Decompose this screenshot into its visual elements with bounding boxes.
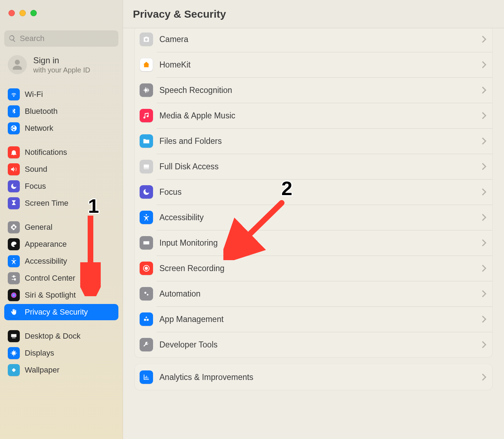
account-title: Sign in: [33, 55, 90, 65]
sidebar-item-label: Appearance: [25, 240, 67, 249]
sidebar-item-general[interactable]: General: [4, 219, 118, 235]
chevron-right-icon: [479, 316, 486, 323]
appearance-icon: [8, 238, 20, 250]
settings-row-label: HomeKit: [159, 60, 474, 70]
sidebar-item-focus[interactable]: Focus: [4, 178, 118, 194]
settings-row-focus[interactable]: Focus: [135, 179, 492, 205]
settings-row-automation[interactable]: Automation: [135, 281, 492, 306]
settings-row-label: Camera: [159, 35, 474, 44]
settings-row-label: Media & Apple Music: [159, 111, 474, 121]
bluetooth-icon: [8, 105, 20, 117]
chevron-right-icon: [479, 374, 486, 381]
gear-icon: [8, 221, 20, 233]
sound-icon: [8, 163, 20, 175]
settings-row-camera[interactable]: Camera: [135, 28, 492, 52]
chevron-right-icon: [479, 265, 486, 272]
sidebar-item-label: Bluetooth: [25, 107, 58, 116]
sidebar-item-network[interactable]: Network: [4, 120, 118, 136]
settings-row-developer-tools[interactable]: Developer Tools: [135, 332, 492, 357]
keyboard-icon: [140, 236, 153, 250]
avatar: [8, 55, 27, 74]
window-zoom-button[interactable]: [30, 10, 37, 16]
sidebar-nav: Wi-FiBluetoothNetworkNotificationsSoundF…: [0, 78, 123, 378]
record-icon: [140, 262, 153, 275]
sidebar: Sign in with your Apple ID Wi-FiBluetoot…: [0, 0, 123, 439]
sidebar-item-label: Siri & Spotlight: [25, 291, 76, 300]
settings-row-accessibility[interactable]: Accessibility: [135, 205, 492, 230]
sidebar-item-label: General: [25, 223, 52, 232]
window-minimize-button[interactable]: [19, 10, 26, 16]
sidebar-item-privacy-security[interactable]: Privacy & Security: [4, 304, 118, 320]
sidebar-item-label: Wallpaper: [25, 365, 59, 375]
settings-row-media-apple-music[interactable]: Media & Apple Music: [135, 103, 492, 128]
chevron-right-icon: [479, 239, 486, 246]
settings-row-label: Full Disk Access: [159, 162, 474, 171]
sidebar-item-wi-fi[interactable]: Wi-Fi: [4, 86, 118, 103]
sidebar-item-label: Focus: [25, 182, 46, 191]
svg-point-3: [145, 292, 147, 294]
settings-row-input-monitoring[interactable]: Input Monitoring: [135, 230, 492, 256]
sidebar-item-desktop-dock[interactable]: Desktop & Dock: [4, 328, 118, 344]
globe-icon: [8, 122, 20, 134]
sidebar-item-label: Control Center: [25, 274, 75, 283]
search-icon: [8, 35, 16, 42]
settings-panel: CameraHomeKitSpeech RecognitionMedia & A…: [134, 28, 493, 358]
settings-row-label: Input Monitoring: [159, 238, 474, 248]
search-input[interactable]: [4, 30, 118, 47]
folder-icon: [140, 134, 153, 148]
settings-row-files-and-folders[interactable]: Files and Folders: [135, 128, 492, 154]
search-wrap: [4, 30, 118, 47]
sidebar-item-sound[interactable]: Sound: [4, 161, 118, 177]
settings-row-speech-recognition[interactable]: Speech Recognition: [135, 77, 492, 103]
sidebar-item-accessibility[interactable]: Accessibility: [4, 253, 118, 269]
sidebar-item-label: Privacy & Security: [25, 308, 88, 317]
settings-row-homekit[interactable]: HomeKit: [135, 52, 492, 77]
sidebar-item-siri-spotlight[interactable]: Siri & Spotlight: [4, 287, 118, 303]
sidebar-item-label: Screen Time: [25, 199, 69, 208]
sidebar-item-label: Network: [25, 124, 53, 133]
chevron-right-icon: [479, 87, 486, 94]
settings-row-app-management[interactable]: App Management: [135, 306, 492, 332]
account-row[interactable]: Sign in with your Apple ID: [0, 47, 123, 78]
settings-row-analytics-improvements[interactable]: Analytics & Improvements: [135, 364, 492, 390]
sidebar-item-label: Accessibility: [25, 257, 67, 266]
chevron-right-icon: [479, 137, 486, 145]
account-subtitle: with your Apple ID: [33, 66, 90, 74]
camera-icon: [140, 33, 153, 46]
sidebar-item-bluetooth[interactable]: Bluetooth: [4, 103, 118, 119]
controls-icon: [8, 272, 20, 284]
siri-icon: [8, 289, 20, 301]
settings-row-full-disk-access[interactable]: Full Disk Access: [135, 154, 492, 179]
sidebar-item-screen-time[interactable]: Screen Time: [4, 195, 118, 211]
sidebar-item-displays[interactable]: Displays: [4, 345, 118, 361]
window-traffic-lights: [0, 0, 123, 23]
sidebar-item-wallpaper[interactable]: Wallpaper: [4, 362, 118, 378]
disk-icon: [140, 160, 153, 173]
tools-icon: [140, 338, 153, 351]
sidebar-item-label: Desktop & Dock: [25, 332, 81, 341]
sun-icon: [8, 347, 20, 359]
music-icon: [140, 109, 153, 122]
window-close-button[interactable]: [8, 10, 15, 16]
chevron-right-icon: [479, 36, 486, 43]
chevron-right-icon: [479, 163, 486, 170]
moon-icon: [140, 185, 153, 199]
annotation-number-2: 2: [281, 177, 292, 200]
sidebar-item-notifications[interactable]: Notifications: [4, 144, 118, 160]
topbar: Privacy & Security: [123, 0, 504, 28]
annotation-number-1: 1: [88, 194, 99, 217]
wifi-icon: [8, 88, 20, 100]
settings-row-screen-recording[interactable]: Screen Recording: [135, 256, 492, 281]
svg-point-0: [11, 293, 17, 298]
waveform-icon: [140, 83, 153, 97]
sidebar-item-appearance[interactable]: Appearance: [4, 236, 118, 252]
settings-panel-2: Analytics & Improvements: [134, 364, 493, 390]
svg-point-4: [147, 294, 148, 295]
apps-icon: [140, 312, 153, 326]
chevron-right-icon: [479, 341, 486, 348]
sidebar-item-control-center[interactable]: Control Center: [4, 270, 118, 286]
chart-icon: [140, 370, 153, 384]
settings-row-label: App Management: [159, 315, 474, 324]
sidebar-item-label: Wi-Fi: [25, 90, 43, 99]
content: CameraHomeKitSpeech RecognitionMedia & A…: [123, 28, 504, 439]
